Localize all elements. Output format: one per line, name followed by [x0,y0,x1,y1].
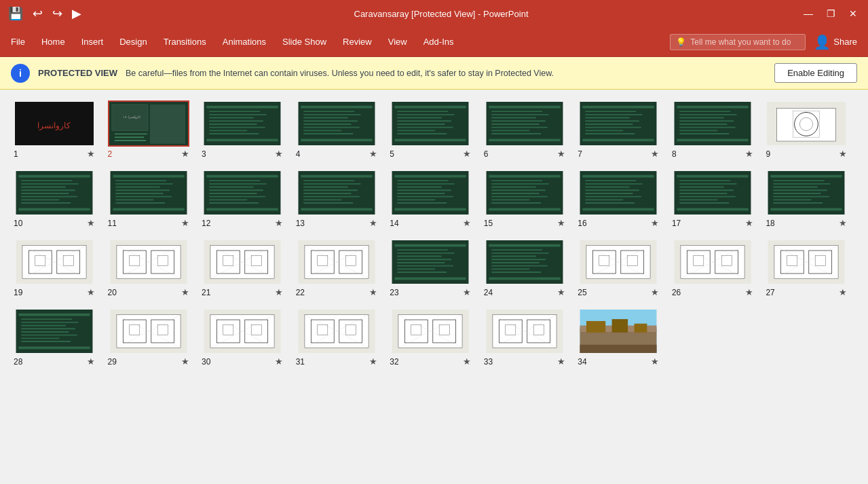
slide-item-27[interactable]: 27★ [766,239,854,297]
slide-star-24[interactable]: ★ [557,287,565,297]
search-box[interactable]: 💡 [670,34,806,50]
slide-star-19[interactable]: ★ [87,287,95,297]
slide-thumbnail-30[interactable] [202,308,283,354]
slide-star-3[interactable]: ★ [275,149,283,159]
save-icon[interactable]: 💾 [5,5,26,22]
slide-star-33[interactable]: ★ [557,356,565,367]
share-button[interactable]: 👤 Share [806,31,865,53]
slide-star-11[interactable]: ★ [181,218,189,228]
slide-star-8[interactable]: ★ [745,149,753,159]
slide-item-20[interactable]: 20★ [108,239,197,297]
slide-item-10[interactable]: 10★ [14,170,102,228]
undo-icon[interactable]: ↩ [30,5,45,22]
slide-thumbnail-27[interactable] [766,239,847,285]
slide-star-5[interactable]: ★ [463,149,471,159]
slide-star-6[interactable]: ★ [557,149,565,159]
slide-item-6[interactable]: 6★ [484,100,573,159]
slide-star-9[interactable]: ★ [839,149,847,159]
slide-thumbnail-15[interactable] [484,170,565,216]
slide-thumbnail-20[interactable] [108,239,189,285]
menu-file[interactable]: File [3,31,33,52]
slide-star-1[interactable]: ★ [87,149,95,159]
menu-addins[interactable]: Add-Ins [415,31,462,52]
slide-star-18[interactable]: ★ [839,218,847,228]
slide-item-26[interactable]: 26★ [672,239,761,297]
slide-thumbnail-28[interactable] [14,308,95,354]
slide-thumbnail-1[interactable]: كاروانسرا [14,100,95,147]
menu-design[interactable]: Design [111,31,155,52]
slide-item-22[interactable]: 22★ [296,239,385,297]
menu-transitions[interactable]: Transitions [155,31,214,52]
slide-thumbnail-29[interactable] [108,308,189,354]
slide-star-4[interactable]: ★ [369,149,377,159]
slide-item-28[interactable]: 28★ [14,308,102,367]
slide-thumbnail-33[interactable] [484,308,565,354]
slide-item-17[interactable]: 17★ [672,170,761,228]
slide-thumbnail-8[interactable] [672,100,753,147]
slide-star-13[interactable]: ★ [369,218,377,228]
slide-star-15[interactable]: ★ [557,218,565,228]
slide-thumbnail-23[interactable] [390,239,471,285]
slide-star-20[interactable]: ★ [181,287,189,297]
slide-star-7[interactable]: ★ [651,149,659,159]
slide-thumbnail-31[interactable] [296,308,377,354]
slide-item-2[interactable]: كاروانسرا ١٨ 2★ [108,100,197,159]
slide-star-10[interactable]: ★ [87,218,95,228]
slide-star-22[interactable]: ★ [369,287,377,297]
slide-thumbnail-6[interactable] [484,100,565,147]
slide-star-2[interactable]: ★ [181,149,189,159]
slide-item-30[interactable]: 30★ [202,308,290,367]
slide-item-24[interactable]: 24★ [484,239,573,297]
slide-thumbnail-12[interactable] [202,170,283,216]
slide-thumbnail-4[interactable] [296,100,377,147]
slide-thumbnail-7[interactable] [578,100,659,147]
slide-item-11[interactable]: 11★ [108,170,197,228]
slide-item-12[interactable]: 12★ [202,170,290,228]
slide-thumbnail-19[interactable] [14,239,95,285]
slide-thumbnail-26[interactable] [672,239,753,285]
slide-star-34[interactable]: ★ [651,356,659,367]
slide-star-17[interactable]: ★ [745,218,753,228]
slide-item-14[interactable]: 14★ [390,170,478,228]
slide-star-28[interactable]: ★ [87,356,95,367]
slide-thumbnail-18[interactable] [766,170,847,216]
slide-item-13[interactable]: 13★ [296,170,385,228]
menu-home[interactable]: Home [33,31,73,52]
slide-item-31[interactable]: 31★ [296,308,385,367]
slide-star-29[interactable]: ★ [181,356,189,367]
slide-item-7[interactable]: 7★ [578,100,666,159]
slide-item-4[interactable]: 4★ [296,100,385,159]
slide-item-23[interactable]: 23★ [390,239,478,297]
slide-item-18[interactable]: 18★ [766,170,854,228]
slide-item-1[interactable]: كاروانسرا 1★ [14,100,102,159]
slide-item-21[interactable]: 21★ [202,239,290,297]
slide-star-12[interactable]: ★ [275,218,283,228]
slide-thumbnail-22[interactable] [296,239,377,285]
slide-item-29[interactable]: 29★ [108,308,197,367]
slide-thumbnail-2[interactable]: كاروانسرا ١٨ [108,100,189,147]
slide-star-16[interactable]: ★ [651,218,659,228]
close-button[interactable]: ✕ [844,7,863,20]
menu-slideshow[interactable]: Slide Show [274,31,335,52]
slide-star-32[interactable]: ★ [463,356,471,367]
slide-item-16[interactable]: 16★ [578,170,666,228]
menu-view[interactable]: View [380,31,415,52]
slide-item-9[interactable]: 9★ [766,100,854,159]
present-icon[interactable]: ▶ [69,5,84,22]
slide-star-23[interactable]: ★ [463,287,471,297]
slide-star-21[interactable]: ★ [275,287,283,297]
menu-animations[interactable]: Animations [214,31,274,52]
slide-item-33[interactable]: 33★ [484,308,573,367]
slide-star-26[interactable]: ★ [745,287,753,297]
menu-insert[interactable]: Insert [73,31,112,52]
slide-thumbnail-10[interactable] [14,170,95,216]
redo-icon[interactable]: ↪ [50,5,65,22]
slide-thumbnail-13[interactable] [296,170,377,216]
slide-item-3[interactable]: 3★ [202,100,290,159]
slide-thumbnail-32[interactable] [390,308,471,354]
menu-review[interactable]: Review [335,31,380,52]
slide-star-31[interactable]: ★ [369,356,377,367]
slide-thumbnail-3[interactable] [202,100,283,147]
slide-item-32[interactable]: 32★ [390,308,478,367]
slide-thumbnail-9[interactable] [766,100,847,147]
